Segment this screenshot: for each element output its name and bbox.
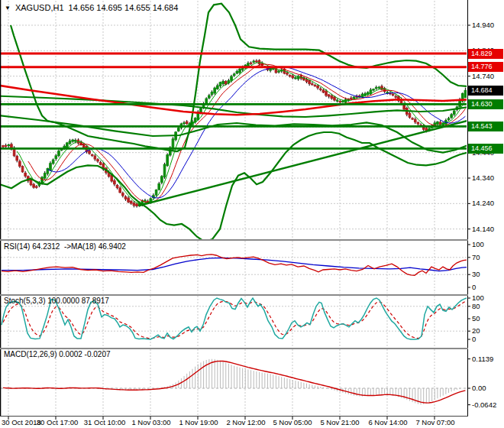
candle-down: [119, 188, 121, 193]
stoch-axis-label: 50: [472, 314, 480, 323]
candle-down: [339, 102, 341, 102]
candle-up: [233, 74, 235, 76]
candle-down: [250, 63, 252, 63]
candle-down: [319, 89, 321, 89]
panel-splitter[interactable]: [0, 294, 468, 296]
candle-down: [89, 151, 91, 153]
candle-down: [130, 201, 132, 203]
candle-up: [155, 190, 157, 195]
rsi-indicator-label: RSI(14) 64.2312 ->MA(18) 46.9402: [4, 242, 126, 251]
stoch-axis-label: 0: [472, 335, 476, 343]
stoch-axis-label: 80: [472, 302, 480, 310]
candle-down: [312, 84, 314, 85]
candle-down: [24, 173, 27, 176]
candle-down: [317, 86, 319, 87]
price-axis-label: 14.340: [472, 173, 494, 182]
candle-up: [386, 92, 389, 93]
candle-up: [44, 173, 46, 178]
candle-up: [58, 151, 60, 156]
candle-down: [351, 98, 353, 99]
candle-up: [50, 164, 52, 170]
candle-up: [177, 128, 179, 131]
price-axis-label: 14.940: [472, 21, 494, 29]
candle-up: [158, 184, 160, 190]
candle-up: [239, 69, 241, 73]
price-axis-label: 14.140: [472, 225, 494, 233]
chart-title: ▼XAGUSD,H1 14.656 14.695 14.655 14.684: [5, 3, 178, 12]
candle-down: [30, 180, 32, 185]
stoch-indicator-label: Stoch(5,3,3) 100.0000 87.8917: [4, 297, 109, 305]
time-axis-label: 7 Nov 07:00: [415, 418, 454, 426]
candle-down: [97, 160, 99, 161]
time-axis-label: 30 Oct 17:00: [37, 418, 78, 426]
candle-down: [124, 196, 127, 199]
candle-up: [454, 111, 456, 114]
candle-down: [392, 94, 394, 95]
candle-down: [19, 161, 21, 166]
candle-up: [364, 94, 367, 96]
symbol-marker-icon: ▼: [5, 5, 11, 11]
chart-canvas[interactable]: 14.94014.84014.74014.64014.54014.44014.3…: [0, 0, 504, 428]
candle-up: [451, 115, 453, 118]
candle-up: [342, 102, 344, 102]
candle-up: [295, 78, 297, 79]
candle-down: [33, 184, 35, 187]
candle-up: [219, 83, 221, 86]
time-axis-label: 1 Nov 03:00: [131, 418, 170, 426]
candle-down: [99, 162, 102, 164]
candle-down: [314, 86, 316, 86]
candle-up: [144, 200, 147, 201]
time-axis-label: 2 Nov 12:00: [226, 418, 265, 426]
price-badge-14.543: 14.543: [468, 122, 503, 131]
macd-axis-label: 0.00: [472, 384, 486, 392]
candle-down: [256, 61, 258, 62]
candle-down: [82, 144, 85, 148]
rsi-axis-label: 100: [472, 240, 484, 248]
time-axis-label: 31 Oct 10:00: [84, 418, 125, 426]
candle-up: [55, 156, 57, 159]
candle-down: [289, 76, 291, 76]
candle-up: [447, 118, 450, 120]
candle-down: [328, 95, 330, 96]
candle-down: [116, 185, 118, 187]
candle-down: [395, 96, 397, 97]
candle-up: [217, 86, 219, 89]
price-axis-label: 14.240: [472, 199, 494, 207]
time-axis-label: 5 Nov 05:00: [273, 418, 312, 426]
stoch-axis-label: 20: [472, 326, 480, 335]
candle-down: [128, 198, 130, 202]
rsi-axis-label: 0: [472, 283, 476, 291]
stoch-axis-label: 100: [472, 293, 484, 302]
candle-up: [336, 100, 338, 101]
candle-down: [186, 122, 188, 124]
candle-down: [35, 186, 37, 187]
candle-up: [214, 88, 216, 93]
candle-down: [417, 122, 419, 124]
candle-down: [305, 79, 308, 82]
candle-up: [353, 97, 355, 99]
candle-down: [286, 73, 289, 74]
macd-axis-label: -0.0642: [472, 400, 496, 409]
candle-down: [334, 97, 336, 100]
candle-down: [91, 154, 93, 155]
candle-up: [66, 143, 69, 148]
candle-up: [208, 96, 211, 98]
candle-up: [183, 123, 186, 124]
candle-up: [373, 89, 375, 90]
candle-down: [309, 80, 311, 83]
candle-up: [166, 155, 169, 166]
candle-down: [16, 156, 18, 160]
price-badge-14.630: 14.630: [468, 99, 503, 109]
candle-up: [200, 109, 202, 112]
candle-up: [75, 141, 77, 141]
candle-up: [72, 140, 74, 141]
panel-splitter[interactable]: [0, 348, 468, 349]
candle-down: [425, 128, 428, 131]
candle-down: [122, 193, 124, 196]
panel-splitter[interactable]: [0, 239, 468, 241]
candle-up: [236, 71, 238, 73]
candle-up: [222, 82, 225, 84]
candle-up: [161, 177, 163, 183]
candle-up: [464, 90, 467, 97]
candle-down: [21, 167, 24, 172]
